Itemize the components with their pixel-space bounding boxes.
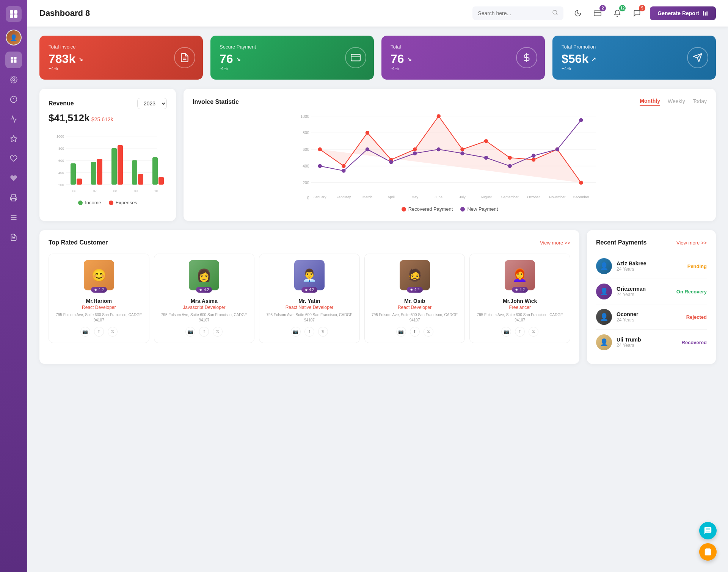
svg-rect-44 xyxy=(97,159,102,185)
sidebar-item-reports[interactable] xyxy=(5,229,22,246)
bar-chart-svg: 1000 800 600 400 200 xyxy=(49,129,167,197)
svg-point-73 xyxy=(437,114,441,118)
payments-view-more[interactable]: View more >> xyxy=(676,240,707,246)
wallet-button[interactable]: 2 xyxy=(591,6,604,20)
search-bar[interactable] xyxy=(472,6,563,20)
svg-point-86 xyxy=(460,151,464,155)
fab-support-button[interactable] xyxy=(699,522,717,539)
theme-toggle-button[interactable] xyxy=(571,6,585,20)
customer-role-hariom: React Developer xyxy=(53,305,144,310)
instagram-icon-osib[interactable]: 📷 xyxy=(396,327,406,337)
sidebar-item-info[interactable] xyxy=(5,91,22,108)
sidebar-item-dashboard[interactable] xyxy=(5,52,22,68)
trend-icon-promotion: ↗ xyxy=(592,56,596,62)
facebook-icon-asima[interactable]: f xyxy=(199,327,209,337)
svg-rect-5 xyxy=(14,57,17,60)
invoice-title: Invoice Statistic xyxy=(193,99,239,105)
invoice-chart-header: Invoice Statistic Monthly Weekly Today xyxy=(193,98,707,106)
messages-button[interactable]: 5 xyxy=(630,6,644,20)
svg-text:January: January xyxy=(314,195,326,199)
svg-rect-50 xyxy=(158,177,164,185)
legend-recovered-payment: Recovered Payment xyxy=(402,206,453,212)
svg-point-76 xyxy=(508,156,511,160)
sidebar-item-analytics[interactable] xyxy=(5,111,22,127)
instagram-icon-hariom[interactable]: 📷 xyxy=(80,327,90,337)
customer-address-john: 795 Folsom Ave, Suite 600 San Francisco,… xyxy=(474,312,565,323)
user-avatar[interactable]: 👤 xyxy=(6,30,22,45)
customer-card-osib: 🧔 ★4.2 Mr. Osib React Developer 795 Fols… xyxy=(364,254,465,343)
facebook-icon-john[interactable]: f xyxy=(515,327,525,337)
svg-text:1000: 1000 xyxy=(56,135,64,138)
customers-title: Top Rated Customer xyxy=(49,239,108,246)
payments-header: Recent Payments View more >> xyxy=(596,239,707,246)
twitter-icon-john[interactable]: 𝕏 xyxy=(529,327,538,337)
instagram-icon-yatin[interactable]: 📷 xyxy=(291,327,301,337)
customer-rating-asima: ★4.2 xyxy=(196,287,212,293)
svg-rect-45 xyxy=(111,148,117,185)
sidebar-item-settings[interactable] xyxy=(5,71,22,88)
year-selector[interactable]: 2023 2022 2021 xyxy=(137,98,167,109)
twitter-icon-hariom[interactable]: 𝕏 xyxy=(108,327,118,337)
tab-today[interactable]: Today xyxy=(693,98,707,106)
search-icon xyxy=(552,9,558,17)
facebook-icon-osib[interactable]: f xyxy=(410,327,420,337)
payments-card: Recent Payments View more >> 👤 Aziz Bakr… xyxy=(587,230,716,364)
tab-weekly[interactable]: Weekly xyxy=(668,98,685,106)
customer-name-asima: Mrs.Asima xyxy=(159,298,250,304)
svg-rect-13 xyxy=(12,199,16,201)
customer-address-yatin: 795 Folsom Ave, Suite 600 San Francisco,… xyxy=(264,312,355,323)
stat-card-promotion: Total Promotion $56k ↗ +4% xyxy=(552,36,716,80)
svg-point-8 xyxy=(13,79,15,81)
payment-item-aziz: 👤 Aziz Bakree 24 Years Pending xyxy=(596,254,707,279)
payment-avatar-griezerman: 👤 xyxy=(596,284,612,299)
customers-view-more[interactable]: View more >> xyxy=(540,240,570,246)
payment-info-uli: Uli Trumb 24 Years xyxy=(617,337,677,348)
customer-rating-yatin: ★4.2 xyxy=(301,287,317,293)
svg-text:600: 600 xyxy=(58,159,64,163)
tab-monthly[interactable]: Monthly xyxy=(640,98,660,106)
instagram-icon-asima[interactable]: 📷 xyxy=(185,327,195,337)
sidebar-item-print[interactable] xyxy=(5,190,22,206)
stat-label-invoice: Total invoice xyxy=(49,44,194,50)
stat-value-promotion: $56k ↗ xyxy=(562,52,707,66)
svg-text:0: 0 xyxy=(307,196,309,200)
customer-address-osib: 795 Folsom Ave, Suite 600 San Francisco,… xyxy=(369,312,460,323)
twitter-icon-asima[interactable]: 𝕏 xyxy=(213,327,223,337)
svg-point-89 xyxy=(532,154,535,158)
instagram-icon-john[interactable]: 📷 xyxy=(501,327,511,337)
svg-rect-43 xyxy=(91,162,96,185)
main-content: Dashboard 8 2 12 5 Gener xyxy=(27,0,728,572)
search-input[interactable] xyxy=(478,10,549,16)
payments-title: Recent Payments xyxy=(596,239,646,246)
facebook-icon-yatin[interactable]: f xyxy=(304,327,314,337)
twitter-icon-yatin[interactable]: 𝕏 xyxy=(318,327,328,337)
revenue-title: Revenue xyxy=(49,100,74,107)
sidebar-item-likes1[interactable] xyxy=(5,150,22,167)
line-chart-svg: 1000 800 600 400 200 0 xyxy=(193,112,707,203)
trend-icon-payment: ↘ xyxy=(236,56,241,62)
legend-income: Income xyxy=(78,200,101,205)
svg-rect-3 xyxy=(14,14,17,18)
invoice-chart-card: Invoice Statistic Monthly Weekly Today xyxy=(184,89,716,221)
facebook-icon-hariom[interactable]: f xyxy=(94,327,104,337)
customer-socials-osib: 📷 f 𝕏 xyxy=(369,327,460,337)
svg-point-82 xyxy=(366,147,369,151)
notifications-button[interactable]: 12 xyxy=(610,6,624,20)
sidebar-item-favorites[interactable] xyxy=(5,130,22,147)
payment-status-oconner: Rejected xyxy=(686,314,707,320)
invoice-line-chart: 1000 800 600 400 200 0 xyxy=(193,112,707,203)
fab-cart-button[interactable] xyxy=(699,543,717,561)
svg-text:06: 06 xyxy=(72,189,76,193)
trend-icon-invoice: ↘ xyxy=(78,56,83,62)
svg-point-77 xyxy=(532,158,535,161)
svg-text:200: 200 xyxy=(58,183,64,187)
sidebar-item-likes2[interactable] xyxy=(5,170,22,186)
svg-rect-47 xyxy=(132,160,137,185)
payment-status-uli: Recovered xyxy=(682,340,707,345)
twitter-icon-osib[interactable]: 𝕏 xyxy=(424,327,433,337)
generate-report-button[interactable]: Generate Report xyxy=(650,6,716,20)
payment-status-aziz: Pending xyxy=(687,263,707,269)
sidebar-item-menu[interactable] xyxy=(5,209,22,226)
sidebar-logo[interactable] xyxy=(6,6,22,22)
svg-point-74 xyxy=(460,147,464,151)
